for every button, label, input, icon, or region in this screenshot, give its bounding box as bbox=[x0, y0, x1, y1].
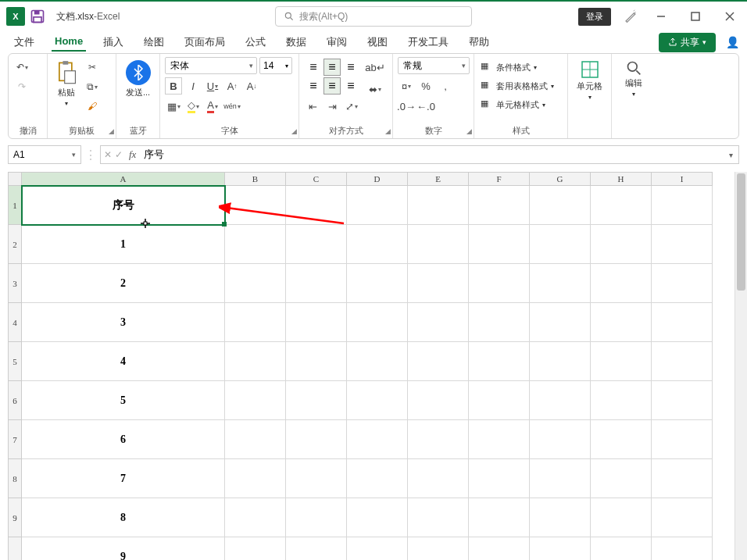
cell-G6[interactable] bbox=[530, 381, 591, 420]
column-header-B[interactable]: B bbox=[225, 172, 286, 186]
cell-C4[interactable] bbox=[286, 303, 347, 342]
cell-C8[interactable] bbox=[286, 459, 347, 498]
cell-B5[interactable] bbox=[225, 342, 286, 381]
font-color-button[interactable]: A bbox=[204, 98, 221, 115]
align-left-button[interactable]: ≡ bbox=[305, 77, 322, 95]
cell-A5[interactable]: 4 bbox=[22, 342, 225, 381]
cell-F2[interactable] bbox=[469, 225, 530, 264]
cell-H3[interactable] bbox=[591, 264, 652, 303]
cell-I9[interactable] bbox=[652, 498, 713, 537]
cell-G9[interactable] bbox=[530, 498, 591, 537]
row-header-8[interactable]: 8 bbox=[8, 459, 22, 498]
row-header-2[interactable]: 2 bbox=[8, 225, 22, 264]
cell-C2[interactable] bbox=[286, 225, 347, 264]
expand-formula-bar[interactable]: ▾ bbox=[723, 151, 738, 159]
cell-B2[interactable] bbox=[225, 225, 286, 264]
menu-file[interactable]: 文件 bbox=[11, 34, 38, 51]
cell-C3[interactable] bbox=[286, 264, 347, 303]
row-header-3[interactable]: 3 bbox=[8, 264, 22, 303]
cell-C5[interactable] bbox=[286, 342, 347, 381]
cell-F1[interactable] bbox=[469, 186, 530, 225]
cell-H7[interactable] bbox=[591, 420, 652, 459]
maximize-button[interactable] bbox=[684, 5, 706, 27]
cell-H4[interactable] bbox=[591, 303, 652, 342]
cell-F10[interactable] bbox=[469, 537, 530, 560]
orientation-button[interactable]: ⤢ bbox=[343, 98, 360, 115]
row-header-6[interactable]: 6 bbox=[8, 381, 22, 420]
cell-G1[interactable] bbox=[530, 186, 591, 225]
increase-decimal-button[interactable]: .0→ bbox=[398, 98, 415, 115]
share-button[interactable]: 共享 ▾ bbox=[659, 33, 716, 52]
cell-H6[interactable] bbox=[591, 381, 652, 420]
menu-insert[interactable]: 插入 bbox=[100, 34, 127, 51]
cell-D8[interactable] bbox=[347, 459, 408, 498]
row-header-1[interactable]: 1 bbox=[8, 186, 22, 225]
vertical-scrollbar[interactable] bbox=[734, 172, 747, 560]
paste-button[interactable]: 粘贴 ▾ bbox=[52, 59, 80, 109]
fill-color-button[interactable]: ◇ bbox=[184, 98, 202, 115]
coming-soon-icon[interactable] bbox=[624, 9, 638, 23]
cell-A9[interactable]: 8 bbox=[22, 498, 225, 537]
cell-I8[interactable] bbox=[652, 459, 713, 498]
row-header-5[interactable]: 5 bbox=[8, 342, 22, 381]
merge-button[interactable]: ⬌ bbox=[366, 80, 384, 98]
cell-A4[interactable]: 3 bbox=[22, 303, 225, 342]
cell-C9[interactable] bbox=[286, 498, 347, 537]
menu-data[interactable]: 数据 bbox=[283, 34, 309, 51]
increase-indent-button[interactable]: ⇥ bbox=[323, 98, 341, 115]
cell-I4[interactable] bbox=[652, 303, 713, 342]
cell-G7[interactable] bbox=[530, 420, 591, 459]
cell-E6[interactable] bbox=[408, 381, 469, 420]
cell-E7[interactable] bbox=[408, 420, 469, 459]
minimize-button[interactable] bbox=[650, 5, 672, 27]
phonetic-button[interactable]: wén bbox=[223, 98, 241, 115]
cell-E2[interactable] bbox=[408, 225, 469, 264]
column-header-H[interactable]: H bbox=[591, 172, 652, 186]
cell-I2[interactable] bbox=[652, 225, 713, 264]
cell-G3[interactable] bbox=[530, 264, 591, 303]
search-input[interactable]: 搜索(Alt+Q) bbox=[275, 6, 472, 27]
number-launcher[interactable]: ◢ bbox=[466, 127, 472, 135]
decrease-indent-button[interactable]: ⇤ bbox=[304, 98, 321, 115]
conditional-format-button[interactable]: ▦条件格式▾ bbox=[479, 60, 538, 74]
accounting-format-button[interactable]: ¤ bbox=[398, 77, 415, 95]
cell-D1[interactable] bbox=[347, 186, 408, 225]
cell-styles-button[interactable]: ▦单元格样式▾ bbox=[479, 98, 547, 112]
menu-help[interactable]: 帮助 bbox=[466, 34, 492, 51]
cell-I1[interactable] bbox=[652, 186, 713, 225]
cell-D6[interactable] bbox=[347, 381, 408, 420]
row-header-9[interactable]: 9 bbox=[8, 498, 22, 537]
italic-button[interactable]: I bbox=[184, 77, 202, 95]
cell-D10[interactable] bbox=[347, 537, 408, 560]
cell-C1[interactable] bbox=[286, 186, 347, 225]
cell-A6[interactable]: 5 bbox=[22, 381, 225, 420]
cell-C10[interactable] bbox=[286, 537, 347, 560]
align-middle-button[interactable]: ≡ bbox=[323, 59, 341, 76]
cell-A8[interactable]: 7 bbox=[22, 459, 225, 498]
cell-G5[interactable] bbox=[530, 342, 591, 381]
cell-B10[interactable] bbox=[225, 537, 286, 560]
format-painter-button[interactable]: 🖌 bbox=[84, 98, 101, 115]
bluetooth-send-button[interactable]: 发送... bbox=[123, 59, 154, 100]
bold-button[interactable]: B bbox=[165, 77, 182, 95]
cell-D9[interactable] bbox=[347, 498, 408, 537]
cell-H1[interactable] bbox=[591, 186, 652, 225]
cell-D4[interactable] bbox=[347, 303, 408, 342]
column-header-F[interactable]: F bbox=[469, 172, 530, 186]
cell-F9[interactable] bbox=[469, 498, 530, 537]
cell-H10[interactable] bbox=[591, 537, 652, 560]
cell-D3[interactable] bbox=[347, 264, 408, 303]
cell-H9[interactable] bbox=[591, 498, 652, 537]
row-header-4[interactable]: 4 bbox=[8, 303, 22, 342]
decrease-font-button[interactable]: A↓ bbox=[243, 77, 260, 95]
accept-formula-button[interactable]: ✓ bbox=[115, 149, 123, 160]
align-launcher[interactable]: ◢ bbox=[385, 127, 391, 135]
column-header-G[interactable]: G bbox=[530, 172, 591, 186]
column-header-I[interactable]: I bbox=[652, 172, 713, 186]
cell-B9[interactable] bbox=[225, 498, 286, 537]
close-button[interactable] bbox=[719, 5, 741, 27]
percent-button[interactable]: % bbox=[417, 77, 434, 95]
menu-home[interactable]: Home bbox=[52, 34, 86, 52]
cells-button[interactable]: 单元格▾ bbox=[574, 59, 606, 102]
cell-B3[interactable] bbox=[225, 264, 286, 303]
